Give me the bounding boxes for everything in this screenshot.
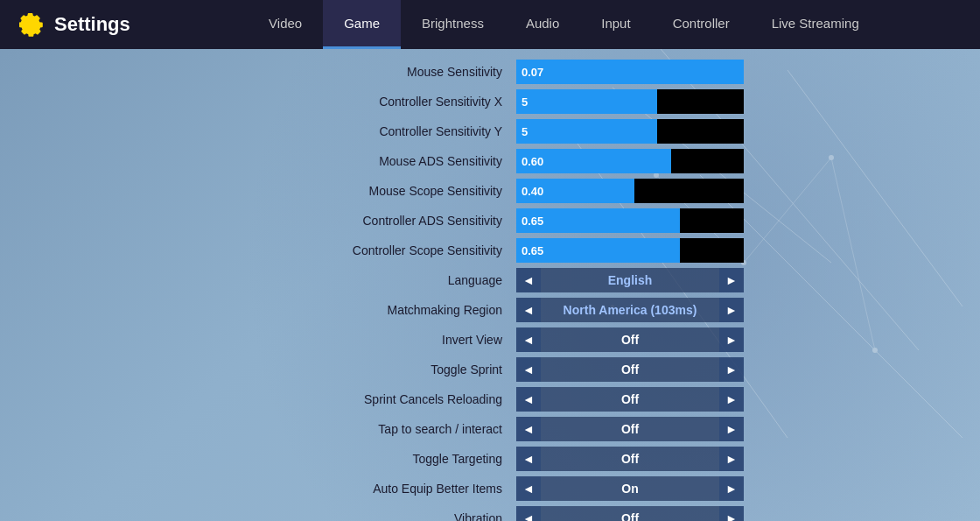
arrow-selector-5: ◄Off► bbox=[516, 417, 744, 441]
slider-value-5: 0.65 bbox=[522, 215, 543, 228]
settings-main: Mouse Sensitivity0.07Controller Sensitiv… bbox=[0, 49, 980, 521]
slider-bar-4[interactable]: 0.40 bbox=[516, 179, 744, 203]
arrow-selector-8: ◄Off► bbox=[516, 506, 744, 521]
setting-row-selector-2: Invert View◄Off► bbox=[201, 326, 779, 354]
arrow-left-2[interactable]: ◄ bbox=[516, 327, 541, 352]
setting-row-slider-0: Mouse Sensitivity0.07 bbox=[201, 58, 779, 86]
arrow-right-5[interactable]: ► bbox=[719, 417, 744, 441]
setting-row-selector-7: Auto Equip Better Items◄On► bbox=[201, 475, 779, 503]
header: Settings Video Game Brightness Audio Inp… bbox=[0, 0, 980, 49]
slider-label-5: Controller ADS Sensitivity bbox=[201, 214, 516, 228]
selector-label-1: Matchmaking Region bbox=[201, 303, 516, 317]
arrow-right-0[interactable]: ► bbox=[719, 268, 744, 292]
slider-value-0: 0.07 bbox=[522, 66, 543, 79]
arrow-left-4[interactable]: ◄ bbox=[516, 387, 541, 412]
setting-row-slider-2: Controller Sensitivity Y5 bbox=[201, 117, 779, 145]
slider-bar-1[interactable]: 5 bbox=[516, 89, 744, 114]
slider-value-4: 0.40 bbox=[522, 185, 543, 198]
slider-bar-5[interactable]: 0.65 bbox=[516, 208, 744, 233]
selector-value-7: On bbox=[541, 482, 719, 496]
selector-value-6: Off bbox=[541, 452, 719, 466]
setting-row-selector-5: Tap to search / interact◄Off► bbox=[201, 415, 779, 443]
selector-label-5: Tap to search / interact bbox=[201, 422, 516, 436]
header-nav: Video Game Brightness Audio Input Contro… bbox=[165, 0, 962, 49]
arrow-selector-7: ◄On► bbox=[516, 476, 744, 501]
selector-value-2: Off bbox=[541, 333, 719, 347]
setting-row-slider-5: Controller ADS Sensitivity0.65 bbox=[201, 207, 779, 235]
selector-label-7: Auto Equip Better Items bbox=[201, 482, 516, 496]
arrow-selector-6: ◄Off► bbox=[516, 447, 744, 471]
setting-row-selector-4: Sprint Cancels Reloading◄Off► bbox=[201, 385, 779, 413]
setting-row-slider-6: Controller Scope Sensitivity0.65 bbox=[201, 236, 779, 264]
nav-video[interactable]: Video bbox=[248, 0, 323, 49]
arrow-left-7[interactable]: ◄ bbox=[516, 476, 541, 501]
setting-row-slider-1: Controller Sensitivity X5 bbox=[201, 88, 779, 116]
slider-label-0: Mouse Sensitivity bbox=[201, 65, 516, 79]
selector-value-0: English bbox=[541, 273, 719, 287]
arrow-left-5[interactable]: ◄ bbox=[516, 417, 541, 441]
selector-value-1: North America (103ms) bbox=[541, 303, 719, 317]
setting-row-selector-6: Toggle Targeting◄Off► bbox=[201, 445, 779, 473]
selector-value-5: Off bbox=[541, 422, 719, 436]
selector-label-0: Language bbox=[201, 273, 516, 287]
setting-row-slider-3: Mouse ADS Sensitivity0.60 bbox=[201, 147, 779, 175]
slider-value-2: 5 bbox=[522, 125, 528, 138]
selector-label-8: Vibration bbox=[201, 511, 516, 521]
arrow-right-8[interactable]: ► bbox=[719, 506, 744, 521]
slider-bar-2[interactable]: 5 bbox=[516, 119, 744, 144]
setting-row-selector-1: Matchmaking Region◄North America (103ms)… bbox=[201, 296, 779, 324]
selector-value-8: Off bbox=[541, 511, 719, 521]
selector-value-3: Off bbox=[541, 363, 719, 377]
slider-bar-6[interactable]: 0.65 bbox=[516, 238, 744, 263]
selector-label-4: Sprint Cancels Reloading bbox=[201, 392, 516, 406]
arrow-right-1[interactable]: ► bbox=[719, 298, 744, 322]
slider-value-1: 5 bbox=[522, 95, 528, 109]
slider-label-2: Controller Sensitivity Y bbox=[201, 124, 516, 138]
settings-container: Mouse Sensitivity0.07Controller Sensitiv… bbox=[201, 58, 779, 521]
arrow-right-6[interactable]: ► bbox=[719, 447, 744, 471]
arrow-selector-4: ◄Off► bbox=[516, 387, 744, 412]
arrow-selector-1: ◄North America (103ms)► bbox=[516, 298, 744, 322]
setting-row-selector-3: Toggle Sprint◄Off► bbox=[201, 356, 779, 384]
slider-bar-0[interactable]: 0.07 bbox=[516, 60, 744, 84]
setting-row-selector-8: Vibration◄Off► bbox=[201, 504, 779, 521]
nav-controller[interactable]: Controller bbox=[652, 0, 751, 49]
arrow-selector-2: ◄Off► bbox=[516, 327, 744, 352]
arrow-selector-0: ◄English► bbox=[516, 268, 744, 292]
nav-input[interactable]: Input bbox=[580, 0, 651, 49]
nav-game[interactable]: Game bbox=[323, 0, 401, 49]
selector-value-4: Off bbox=[541, 392, 719, 406]
arrow-selector-3: ◄Off► bbox=[516, 357, 744, 382]
selector-label-3: Toggle Sprint bbox=[201, 363, 516, 377]
nav-live-streaming[interactable]: Live Streaming bbox=[751, 0, 880, 49]
selector-label-2: Invert View bbox=[201, 333, 516, 347]
app-title: Settings bbox=[54, 13, 130, 36]
arrow-left-6[interactable]: ◄ bbox=[516, 447, 541, 471]
slider-value-6: 0.65 bbox=[522, 244, 543, 257]
arrow-right-2[interactable]: ► bbox=[719, 327, 744, 352]
nav-audio[interactable]: Audio bbox=[505, 0, 580, 49]
slider-value-3: 0.60 bbox=[522, 155, 543, 168]
slider-label-4: Mouse Scope Sensitivity bbox=[201, 184, 516, 198]
arrow-left-3[interactable]: ◄ bbox=[516, 357, 541, 382]
nav-brightness[interactable]: Brightness bbox=[401, 0, 505, 49]
arrow-left-0[interactable]: ◄ bbox=[516, 268, 541, 292]
arrow-right-3[interactable]: ► bbox=[719, 357, 744, 382]
arrow-right-4[interactable]: ► bbox=[719, 387, 744, 412]
app-logo: Settings bbox=[18, 11, 130, 39]
arrow-right-7[interactable]: ► bbox=[719, 476, 744, 501]
arrow-left-1[interactable]: ◄ bbox=[516, 298, 541, 322]
slider-label-3: Mouse ADS Sensitivity bbox=[201, 154, 516, 168]
selector-label-6: Toggle Targeting bbox=[201, 452, 516, 466]
slider-label-6: Controller Scope Sensitivity bbox=[201, 243, 516, 257]
arrow-left-8[interactable]: ◄ bbox=[516, 506, 541, 521]
slider-bar-3[interactable]: 0.60 bbox=[516, 149, 744, 173]
gear-icon bbox=[18, 11, 46, 39]
setting-row-slider-4: Mouse Scope Sensitivity0.40 bbox=[201, 177, 779, 205]
setting-row-selector-0: Language◄English► bbox=[201, 266, 779, 294]
slider-label-1: Controller Sensitivity X bbox=[201, 95, 516, 109]
